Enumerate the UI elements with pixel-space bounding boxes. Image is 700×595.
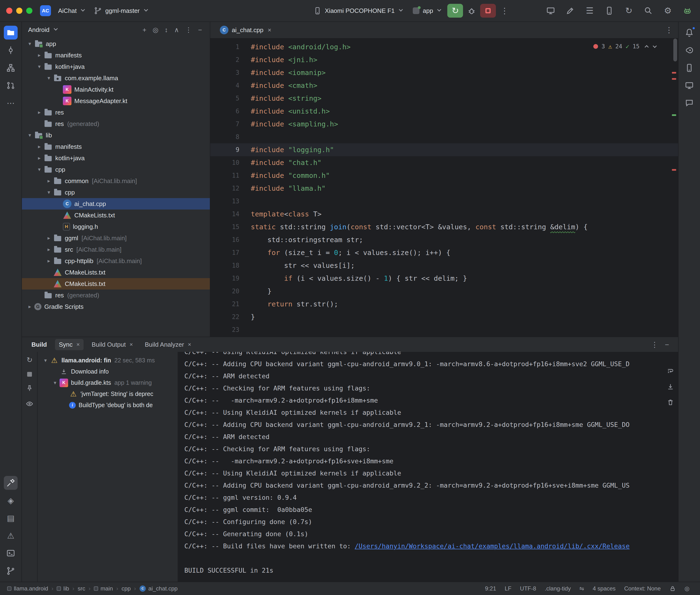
tree-item[interactable]: Hlogging.h: [22, 221, 210, 232]
minimize-window-button[interactable]: [16, 8, 22, 14]
breadcrumb-item[interactable]: src: [77, 585, 86, 592]
rerun-sync-icon[interactable]: ↻: [26, 356, 32, 364]
tree-item[interactable]: KMainActivity.kt: [22, 84, 210, 95]
code-line[interactable]: 3#include <iomanip>: [210, 66, 678, 79]
tree-item[interactable]: ▸GGradle Scripts: [22, 301, 210, 312]
branch-selector[interactable]: ggml-master: [90, 4, 151, 17]
build-icon[interactable]: [4, 476, 18, 490]
clear-console-icon[interactable]: [667, 399, 674, 407]
tree-item[interactable]: ⚠'jvmTarget: String' is deprec: [38, 388, 178, 399]
stop-sync-icon[interactable]: [27, 370, 32, 378]
preview-icon[interactable]: [26, 400, 33, 409]
ai-actions-icon[interactable]: [564, 4, 577, 17]
tree-item[interactable]: ▾Kbuild.gradle.ktsapp 1 warning: [38, 377, 178, 388]
tree-item[interactable]: res(generated): [22, 118, 210, 130]
running-devices-icon[interactable]: [682, 79, 696, 92]
gemini-bot-icon[interactable]: [681, 4, 694, 17]
tree-item[interactable]: ▾lib: [22, 130, 210, 141]
run-button[interactable]: ↻: [447, 4, 463, 18]
tree-item[interactable]: ▾cpp: [22, 164, 210, 175]
packages-icon[interactable]: ◈: [4, 493, 18, 507]
code-line[interactable]: 16 std::ostringstream str;: [210, 233, 678, 246]
tree-chevron-icon[interactable]: ▸: [44, 247, 53, 253]
tree-item[interactable]: ▾app: [22, 38, 210, 50]
error-stripe-mark[interactable]: [672, 72, 676, 74]
more-tool-windows-icon[interactable]: ⋯: [4, 96, 18, 110]
build-tab-build-analyzer[interactable]: Build Analyzer×: [141, 339, 195, 350]
code-style-icon[interactable]: ⇋: [575, 585, 588, 592]
code-line[interactable]: 6#include <unistd.h>: [210, 105, 678, 118]
tree-item[interactable]: ▸common[AiChat.lib.main]: [22, 175, 210, 187]
tree-item[interactable]: ▸res: [22, 107, 210, 118]
breadcrumb-item[interactable]: llama.android: [6, 585, 49, 592]
editor-tab[interactable]: C ai_chat.cpp ×: [215, 22, 277, 38]
tree-item[interactable]: CMakeLists.txt: [22, 267, 210, 278]
code-line[interactable]: 7#include <sampling.h>: [210, 118, 678, 131]
context-selector[interactable]: Context: None: [620, 585, 665, 592]
tree-item[interactable]: ▸kotlin+java: [22, 152, 210, 164]
code-line[interactable]: 23: [210, 323, 678, 336]
close-tab-icon[interactable]: ×: [130, 341, 133, 348]
clang-tidy[interactable]: .clang-tidy: [540, 585, 575, 592]
readonly-lock-icon[interactable]: [665, 585, 680, 592]
inspections-widget[interactable]: 3 ⚠ 24 ✓ 15: [590, 41, 660, 51]
debug-button[interactable]: [466, 4, 478, 17]
code-line[interactable]: 18 str << values[i];: [210, 259, 678, 272]
run-config-selector[interactable]: app: [409, 5, 445, 17]
error-stripe-mark[interactable]: [672, 114, 676, 116]
code-line[interactable]: 11#include "common.h": [210, 169, 678, 182]
tree-chevron-icon[interactable]: ▾: [51, 380, 60, 386]
tree-item[interactable]: Cai_chat.cpp: [22, 198, 210, 209]
device-manager-icon[interactable]: [682, 61, 696, 75]
console-link[interactable]: /Users/hanyin/Workspace/ai-chat/examples…: [355, 542, 629, 550]
tree-item[interactable]: ▸cpp-httplib[AiChat.lib.main]: [22, 255, 210, 267]
profiler-icon[interactable]: ▤: [4, 511, 18, 525]
tree-item[interactable]: KMessageAdapter.kt: [22, 95, 210, 107]
file-encoding[interactable]: UTF-8: [516, 585, 540, 592]
options-icon[interactable]: ⋮: [182, 26, 195, 34]
project-icon[interactable]: [4, 26, 18, 39]
tree-item[interactable]: ▾com.example.llama: [22, 73, 210, 84]
build-tab-build[interactable]: Build: [28, 339, 51, 350]
project-selector[interactable]: AiChat: [54, 5, 89, 17]
code-line[interactable]: 10#include "chat.h": [210, 156, 678, 169]
code-line[interactable]: 5#include <string>: [210, 92, 678, 105]
tree-chevron-icon[interactable]: ▾: [44, 75, 53, 81]
version-control-icon[interactable]: [4, 564, 18, 578]
problems-icon[interactable]: ⚠: [4, 529, 18, 543]
device-streaming-icon[interactable]: [603, 4, 616, 17]
breadcrumb-item[interactable]: lib: [56, 585, 70, 592]
sync-project-icon[interactable]: ↻: [622, 4, 635, 17]
tree-chevron-icon[interactable]: ▸: [35, 144, 44, 150]
terminal-icon[interactable]: [4, 546, 18, 560]
build-options-icon[interactable]: ⋮: [648, 341, 662, 348]
breadcrumb-item[interactable]: cpp: [120, 585, 132, 592]
device-selector[interactable]: Xiaomi POCOPHONE F1: [310, 4, 407, 17]
hide-build-panel-icon[interactable]: −: [662, 341, 672, 348]
previous-issue-icon[interactable]: [645, 45, 649, 49]
hide-panel-icon[interactable]: −: [195, 26, 205, 34]
tree-chevron-icon[interactable]: ▸: [35, 109, 44, 115]
tree-item[interactable]: iBuildType 'debug' is both de: [38, 399, 178, 411]
tree-item[interactable]: ▸ggml[AiChat.lib.main]: [22, 232, 210, 244]
tree-item[interactable]: ▸src[AiChat.lib.main]: [22, 244, 210, 255]
code-line[interactable]: 19 if (i < values.size() - 1) { str << d…: [210, 272, 678, 285]
tree-item[interactable]: res(generated): [22, 289, 210, 301]
close-window-button[interactable]: [6, 8, 12, 14]
gradle-icon[interactable]: [682, 43, 696, 57]
tree-item[interactable]: CMakeLists.txt: [22, 209, 210, 221]
tree-chevron-icon[interactable]: ▾: [35, 166, 44, 173]
code-line[interactable]: 2#include <jni.h>: [210, 53, 678, 66]
tree-chevron-icon[interactable]: ▾: [25, 132, 34, 138]
add-icon[interactable]: +: [139, 26, 149, 34]
zoom-window-button[interactable]: [26, 8, 32, 14]
caret-position[interactable]: 9:21: [481, 585, 500, 592]
tree-chevron-icon[interactable]: ▸: [44, 178, 53, 184]
tab-options-icon[interactable]: ⋮: [665, 26, 678, 34]
expand-all-icon[interactable]: ↕: [162, 26, 171, 34]
stop-button[interactable]: [480, 4, 496, 18]
code-line[interactable]: 9#include "logging.h": [210, 143, 678, 156]
code-line[interactable]: 8: [210, 131, 678, 143]
close-tab-icon[interactable]: ×: [188, 341, 191, 348]
tree-item[interactable]: ▾cpp: [22, 187, 210, 198]
